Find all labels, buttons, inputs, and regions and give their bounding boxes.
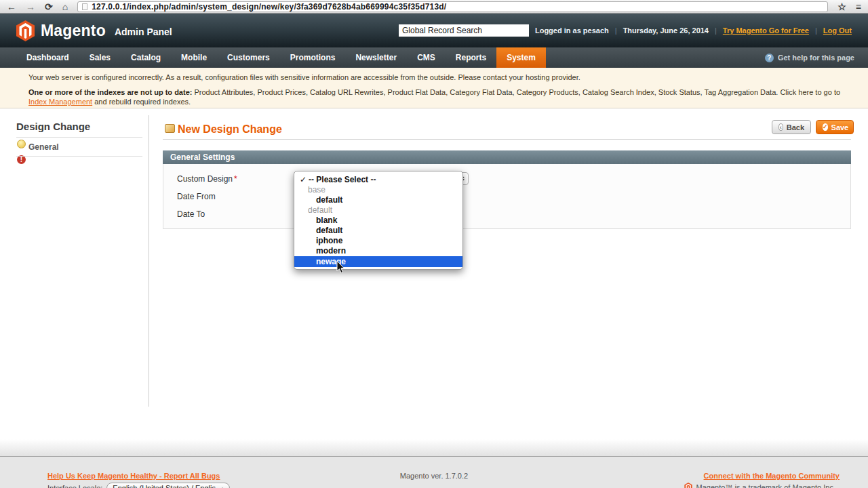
check-icon: ✓ xyxy=(300,175,309,185)
server-warning-message: Your web server is configured incorrectl… xyxy=(28,73,852,82)
dropdown-option-newage[interactable]: newage xyxy=(294,256,462,267)
sidebar-border xyxy=(149,115,149,407)
separator: | xyxy=(615,26,617,35)
separator: | xyxy=(815,26,817,35)
browser-home-icon[interactable]: ⌂ xyxy=(62,1,68,13)
dropdown-option-blank[interactable]: blank xyxy=(294,216,462,226)
browser-menu-icon[interactable]: ≡ xyxy=(856,1,861,13)
section-header: General Settings xyxy=(163,150,851,164)
address-bar[interactable]: 127.0.0.1/index.php/admin/system_design/… xyxy=(77,1,828,12)
page-icon xyxy=(82,3,87,10)
dropdown-option-default[interactable]: default xyxy=(294,195,462,205)
community-link[interactable]: Connect with the Magento Community xyxy=(704,472,840,480)
dropdown-option-modern[interactable]: modern xyxy=(294,246,462,256)
dropdown-option-default-2[interactable]: default xyxy=(294,226,462,236)
nav-system[interactable]: System xyxy=(496,47,546,68)
back-button[interactable]: ‹ Back xyxy=(772,120,811,134)
dropdown-option-label: -- Please Select -- xyxy=(309,175,376,184)
logout-link[interactable]: Log Out xyxy=(823,26,852,35)
dropdown-option-please-select[interactable]: ✓-- Please Select -- xyxy=(294,175,462,185)
back-arrow-icon: ‹ xyxy=(778,123,783,131)
nav-customers[interactable]: Customers xyxy=(217,47,280,68)
index-management-link[interactable]: Index Management xyxy=(28,98,92,106)
current-date: Thursday, June 26, 2014 xyxy=(623,26,709,35)
locale-select[interactable]: English (United States) / Englis ▴ xyxy=(106,483,230,488)
browser-refresh-icon[interactable]: ⟳ xyxy=(45,1,53,13)
dropdown-group-base: base xyxy=(294,185,462,195)
content-fade xyxy=(0,439,868,456)
browser-toolbar: ← → ⟳ ⌂ 127.0.0.1/index.php/admin/system… xyxy=(0,0,868,14)
url-text[interactable]: 127.0.0.1/index.php/admin/system_design/… xyxy=(92,2,446,12)
divider xyxy=(16,156,142,157)
main-navigation: Dashboard Sales Catalog Mobile Customers… xyxy=(0,47,868,68)
save-button[interactable]: ✓ Save xyxy=(816,120,854,134)
divider xyxy=(16,137,142,138)
sidebar: Design Change General xyxy=(0,108,149,413)
nav-cms[interactable]: CMS xyxy=(407,47,446,68)
date-to-label: Date To xyxy=(177,209,205,219)
global-search-input[interactable] xyxy=(399,24,529,37)
nav-promotions[interactable]: Promotions xyxy=(280,47,346,68)
magento-logo-icon xyxy=(16,20,35,41)
dropdown-option-iphone[interactable]: iphone xyxy=(294,236,462,246)
logged-in-text: Logged in as pesach xyxy=(535,26,609,35)
get-help-link[interactable]: ? Get help for this page xyxy=(765,47,868,68)
date-from-label: Date From xyxy=(177,192,216,201)
index-error-message: One or more of the indexes are not up to… xyxy=(28,87,852,106)
trademark-row: Magento™ is a trademark of Magento Inc. xyxy=(684,483,835,488)
sidebar-item-general[interactable]: General xyxy=(28,142,59,152)
try-magento-link[interactable]: Try Magento Go for Free xyxy=(723,26,809,35)
general-settings-panel: Custom Design* Date From Date To xyxy=(163,164,851,229)
sidebar-title: Design Change xyxy=(16,121,90,132)
header-right: Logged in as pesach | Thursday, June 26,… xyxy=(399,24,852,37)
locale-value: English (United States) / Englis xyxy=(113,484,216,488)
index-error-bold: One or more of the indexes are not up to… xyxy=(28,88,192,96)
custom-design-dropdown: ✓-- Please Select -- base default defaul… xyxy=(294,171,463,270)
admin-header: Magento Admin Panel Logged in as pesach … xyxy=(0,14,868,47)
get-help-label: Get help for this page xyxy=(778,54,854,62)
separator: | xyxy=(715,26,717,35)
page-title-icon xyxy=(165,124,175,133)
custom-design-label: Custom Design* xyxy=(177,174,237,184)
brand-suffix: Admin Panel xyxy=(115,26,172,37)
select-arrow-icon: ▴ xyxy=(221,485,224,488)
required-mark: * xyxy=(234,174,237,184)
index-error-body: Product Attributes, Product Prices, Cata… xyxy=(192,88,840,96)
brand: Magento Admin Panel xyxy=(16,20,172,41)
bookmark-star-icon[interactable]: ☆ xyxy=(837,1,846,13)
save-check-icon: ✓ xyxy=(823,123,828,131)
help-icon: ? xyxy=(765,54,774,62)
browser-forward-icon[interactable]: → xyxy=(26,1,35,13)
locale-row: Interface Locale: English (United States… xyxy=(47,483,230,488)
nav-sales[interactable]: Sales xyxy=(79,47,121,68)
nav-dashboard[interactable]: Dashboard xyxy=(16,47,79,68)
nav-newsletter[interactable]: Newsletter xyxy=(345,47,407,68)
footer: Help Us Keep Magento Healthy - Report Al… xyxy=(0,457,868,488)
brand-name: Magento xyxy=(41,22,106,40)
divider xyxy=(163,139,851,140)
magento-footer-logo-icon xyxy=(684,483,692,488)
browser-back-icon[interactable]: ← xyxy=(7,1,16,13)
custom-design-label-text: Custom Design xyxy=(177,174,233,184)
nav-mobile[interactable]: Mobile xyxy=(171,47,217,68)
locale-label: Interface Locale: xyxy=(47,484,102,488)
nav-reports[interactable]: Reports xyxy=(446,47,496,68)
trademark-text: Magento™ is a trademark of Magento Inc. xyxy=(696,483,835,488)
index-error-tail: and rebuild required indexes. xyxy=(92,98,191,106)
mouse-cursor xyxy=(336,261,346,277)
back-button-label: Back xyxy=(787,123,804,131)
nav-catalog[interactable]: Catalog xyxy=(121,47,171,68)
dropdown-group-default: default xyxy=(294,205,462,216)
application-window: ← → ⟳ ⌂ 127.0.0.1/index.php/admin/system… xyxy=(0,0,868,488)
page-title: New Design Change xyxy=(178,123,282,136)
notification-area: Your web server is configured incorrectl… xyxy=(0,68,868,108)
save-button-label: Save xyxy=(831,123,849,131)
